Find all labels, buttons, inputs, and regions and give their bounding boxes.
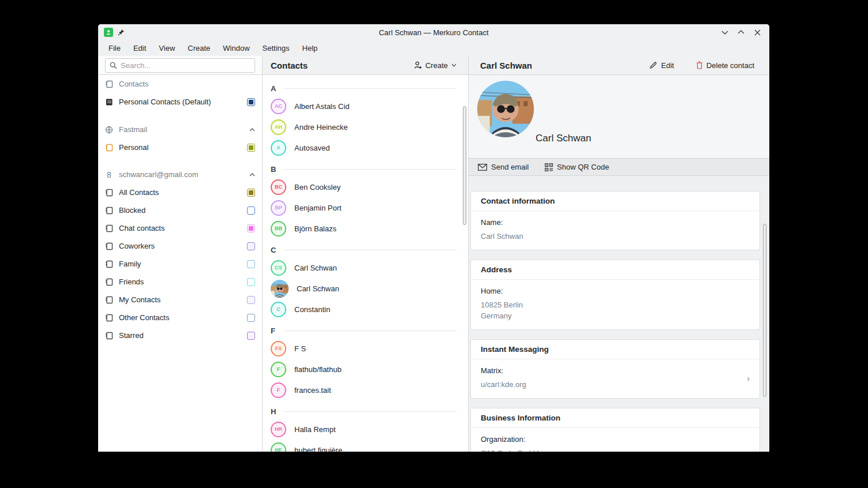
sidebar-item-personal-contacts-default[interactable]: Personal Contacts (Default)	[98, 93, 262, 111]
address-book-icon	[105, 80, 113, 88]
trash-icon	[696, 61, 703, 69]
sidebar-item-coworkers[interactable]: Coworkers	[98, 237, 262, 255]
address-book-filled-icon	[105, 98, 113, 106]
sidebar-item-my-contacts[interactable]: My Contacts	[98, 291, 262, 309]
collapse-chevron-icon[interactable]	[249, 128, 255, 132]
contact-row[interactable]: HF hubert figuière	[263, 440, 468, 452]
menubar: File Edit View Create Window Settings He…	[98, 40, 769, 56]
contact-name: Halla Rempt	[294, 425, 336, 434]
sidebar-item-contacts[interactable]: Contacts	[98, 75, 262, 93]
section-letter: A	[271, 84, 276, 93]
field-organization: Organization: G10 Code GmbH	[471, 428, 760, 452]
titlebar[interactable]: Carl Schwan — Merkuro Contact	[98, 24, 769, 40]
menu-help[interactable]: Help	[297, 42, 324, 55]
section-address: Address Home: 10825 Berlin Germany	[470, 260, 760, 330]
sidebar-item-all-contacts[interactable]: All Contacts	[98, 183, 262, 201]
visibility-checkbox[interactable]	[247, 314, 255, 322]
contact-row[interactable]: A Autosaved	[263, 137, 468, 158]
sidebar-item-personal[interactable]: Personal	[98, 138, 262, 156]
show-qr-label: Show QR Code	[557, 163, 609, 171]
maximize-button[interactable]	[736, 27, 746, 37]
sidebar-item-chat-contacts[interactable]: Chat contacts	[98, 219, 262, 237]
avatar: AH	[271, 119, 286, 135]
contact-row[interactable]: BC Ben Cooksley	[263, 177, 468, 197]
search-input[interactable]	[121, 61, 250, 70]
contact-name: Ben Cooksley	[294, 183, 341, 192]
contact-row[interactable]: Carl Schwan	[263, 278, 468, 299]
sidebar-item-other-contacts[interactable]: Other Contacts	[98, 309, 262, 326]
google-account-icon: 8	[105, 171, 113, 179]
send-email-button[interactable]: Send email	[478, 163, 529, 171]
menu-create[interactable]: Create	[182, 42, 216, 55]
menu-edit[interactable]: Edit	[128, 42, 152, 55]
checkbox-fill	[249, 100, 253, 104]
contact-list-scrollbar[interactable]	[463, 106, 466, 225]
contact-row[interactable]: F flathub/flathub	[263, 359, 468, 380]
visibility-checkbox[interactable]	[247, 144, 255, 152]
avatar: C	[271, 302, 286, 317]
menu-settings[interactable]: Settings	[257, 42, 295, 55]
address-book-icon	[105, 242, 113, 250]
section-title: Address	[471, 260, 760, 280]
field-home-address: Home: 10825 Berlin Germany	[471, 280, 760, 329]
contact-row[interactable]: AH Andre Heinecke	[263, 117, 468, 137]
avatar: A	[271, 140, 286, 156]
edit-button[interactable]: Edit	[646, 59, 677, 72]
visibility-checkbox[interactable]	[247, 242, 255, 250]
collapse-chevron-icon[interactable]	[249, 173, 255, 177]
avatar: FS	[271, 341, 286, 356]
visibility-checkbox[interactable]	[247, 278, 255, 286]
field-value: Germany	[481, 310, 750, 321]
menu-window[interactable]: Window	[217, 42, 255, 55]
address-book-icon	[105, 207, 113, 215]
visibility-checkbox[interactable]	[247, 332, 255, 340]
visibility-checkbox[interactable]	[247, 207, 255, 215]
field-value: Carl Schwan	[481, 231, 750, 242]
contact-row[interactable]: FS F S	[263, 338, 468, 359]
chevron-right-icon[interactable]: ›	[747, 373, 750, 383]
contact-row[interactable]: C Constantin	[263, 299, 468, 320]
create-button[interactable]: Create	[410, 59, 460, 72]
sidebar-group-gmail[interactable]: 8 schwancarl@gmail.com	[98, 166, 262, 183]
menu-file[interactable]: File	[103, 42, 126, 55]
sidebar-item-label: Other Contacts	[119, 313, 241, 322]
contact-row[interactable]: BP Benjamin Port	[263, 197, 468, 218]
sidebar-item-blocked[interactable]: Blocked	[98, 201, 262, 219]
contact-detail-scroll: Contact information Name: Carl Schwan Ad…	[469, 176, 769, 452]
visibility-checkbox[interactable]	[247, 296, 255, 304]
visibility-checkbox[interactable]	[247, 189, 255, 197]
minimize-button[interactable]	[720, 27, 730, 37]
address-book-icon	[105, 278, 113, 286]
sidebar-item-starred[interactable]: Starred	[98, 326, 262, 344]
field-matrix[interactable]: Matrix: u/carl:kde.org ›	[471, 359, 760, 398]
section-title: Contact information	[471, 192, 760, 211]
sidebar-group-fastmail[interactable]: Fastmail	[98, 121, 262, 138]
section-contact-information: Contact information Name: Carl Schwan	[470, 191, 760, 250]
delete-contact-button[interactable]: Delete contact	[693, 59, 758, 72]
avatar: BB	[271, 221, 286, 237]
contact-photo	[477, 81, 534, 137]
contact-row[interactable]: F frances.tait	[263, 380, 468, 400]
search-box[interactable]	[105, 58, 255, 73]
show-qr-code-button[interactable]: Show QR Code	[545, 163, 609, 171]
visibility-checkbox[interactable]	[247, 224, 255, 232]
envelope-icon	[478, 164, 487, 171]
contact-row[interactable]: HR Halla Rempt	[263, 419, 468, 440]
sidebar-item-label: All Contacts	[119, 188, 241, 197]
detail-scrollbar[interactable]	[763, 224, 766, 397]
field-label: Matrix:	[481, 366, 747, 375]
contact-row-selected[interactable]: CS Carl Schwan	[263, 257, 468, 278]
sidebar-item-label: Personal	[119, 143, 241, 152]
close-button[interactable]	[752, 27, 762, 37]
contact-row[interactable]: BB Björn Balazs	[263, 218, 468, 239]
sidebar-item-friends[interactable]: Friends	[98, 273, 262, 291]
address-book-icon	[105, 224, 113, 232]
avatar: F	[271, 382, 286, 398]
menu-view[interactable]: View	[153, 42, 181, 55]
photo-avatar	[271, 280, 289, 298]
contact-row[interactable]: AC Albert Astals Cid	[263, 96, 468, 117]
contact-display-name: Carl Schwan	[536, 133, 591, 144]
visibility-checkbox[interactable]	[247, 98, 255, 106]
visibility-checkbox[interactable]	[247, 260, 255, 268]
sidebar-item-family[interactable]: Family	[98, 255, 262, 273]
